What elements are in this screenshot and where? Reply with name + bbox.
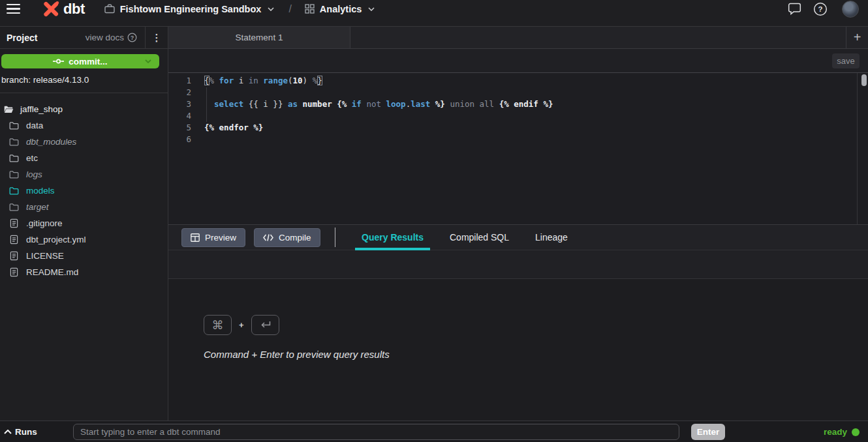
code-content: {% for i in range(10) %} select {{ i }} … (191, 73, 553, 224)
file-tree: jaffle_shopdatadbt_modulesetclogsmodelst… (0, 93, 168, 280)
tree-item-label: models (26, 186, 55, 196)
tree-item-data[interactable]: data (0, 117, 168, 134)
folder-icon (8, 138, 20, 146)
folder-icon (8, 121, 20, 130)
chat-icon[interactable] (788, 3, 801, 15)
dbt-logo: dbt (41, 0, 85, 19)
code-editor[interactable]: 123456 {% for i in range(10) %} select {… (168, 72, 868, 224)
line-number-gutter: 123456 (168, 73, 191, 224)
question-circle-icon: ? (127, 33, 137, 42)
commit-icon (53, 58, 64, 65)
sidebar-header: Project view docs ? ⋮ (0, 27, 168, 49)
sidebar-title: Project (7, 33, 37, 43)
plus-separator: + (239, 320, 244, 330)
tab-query-results[interactable]: Query Results (355, 225, 430, 250)
tree-item-dbt-modules[interactable]: dbt_modules (0, 134, 168, 150)
runs-toggle[interactable]: Runs (4, 427, 37, 437)
account-name: Fishtown Engineering Sandbox (120, 4, 262, 14)
tree-item-readme-md[interactable]: README.md (0, 264, 168, 280)
tree-item-label: jaffle_shop (20, 104, 63, 114)
dbt-command-input[interactable] (73, 424, 679, 440)
tree-item-label: etc (26, 153, 38, 163)
project-switcher[interactable]: Analytics (305, 4, 375, 14)
table-icon (191, 233, 200, 242)
tree-item-dbt-project-yml[interactable]: dbt_project.yml (0, 231, 168, 248)
results-panel: Preview Compile Query ResultsCompiled SQ… (168, 224, 868, 420)
view-docs-label: view docs (85, 33, 124, 42)
tree-item-label: dbt_modules (26, 137, 76, 147)
scrollbar-thumb[interactable] (861, 74, 867, 86)
preview-button[interactable]: Preview (181, 228, 245, 247)
kebab-menu-icon[interactable]: ⋮ (145, 27, 168, 48)
tree-item-label: .gitignore (26, 218, 63, 228)
shortcut-hint-text: Command + Enter to preview query results (204, 349, 868, 360)
hamburger-menu-icon[interactable] (7, 4, 20, 14)
code-line-1: {% for i in range(10) %} (204, 75, 553, 87)
tree-item-label: target (26, 202, 49, 212)
preview-label: Preview (205, 233, 236, 243)
results-content: ⌘ + Command + Enter to preview query res… (168, 279, 868, 420)
svg-text:?: ? (818, 5, 822, 13)
tree-item-etc[interactable]: etc (0, 150, 168, 166)
briefcase-icon (104, 4, 115, 14)
line-number: 1 (168, 75, 191, 87)
tab-compiled-sql[interactable]: Compiled SQL (443, 225, 516, 250)
help-icon[interactable]: ? (813, 2, 828, 16)
status-dot-icon (852, 428, 860, 436)
editor-tab-statement-1[interactable]: Statement 1 (168, 27, 350, 48)
view-docs-link[interactable]: view docs ? (85, 33, 137, 42)
file-icon (8, 235, 20, 244)
editor-tab-label: Statement 1 (236, 33, 283, 42)
chevron-down-icon (268, 7, 274, 11)
line-number: 5 (168, 122, 191, 134)
tree-item-label: data (26, 121, 43, 130)
new-tab-button[interactable]: + (846, 27, 868, 48)
tree-item-label: logs (26, 169, 42, 179)
tree-item-target[interactable]: target (0, 199, 168, 215)
save-button[interactable]: save (832, 53, 860, 68)
line-number: 3 (168, 98, 191, 110)
svg-text:?: ? (131, 35, 134, 41)
compile-label: Compile (279, 233, 311, 243)
line-number: 6 (168, 134, 191, 145)
commit-button[interactable]: commit... (1, 54, 159, 68)
line-number: 2 (168, 87, 191, 98)
tree-item-license[interactable]: LICENSE (0, 248, 168, 264)
file-icon (8, 267, 20, 277)
tree-item-jaffle-shop[interactable]: jaffle_shop (0, 101, 168, 117)
line-number: 4 (168, 110, 191, 122)
top-nav-bar: dbt Fishtown Engineering Sandbox / Analy… (0, 0, 868, 27)
command-bar: Runs Enter ready (0, 420, 868, 442)
tree-item-label: README.md (26, 267, 78, 277)
runs-label: Runs (15, 427, 37, 437)
tree-item-label: LICENSE (26, 251, 64, 261)
user-avatar[interactable] (842, 1, 859, 18)
code-icon (263, 234, 273, 241)
code-line-3: select {{ i }} as number {% if not loop.… (204, 98, 553, 110)
folder-icon (8, 203, 20, 211)
tree-item-models[interactable]: models (0, 183, 168, 199)
tab-lineage[interactable]: Lineage (529, 225, 574, 250)
status-indicator: ready (824, 421, 860, 442)
file-icon (8, 218, 20, 228)
tree-item-logs[interactable]: logs (0, 166, 168, 183)
command-key-icon: ⌘ (204, 315, 232, 335)
scrollbar-rail (857, 73, 858, 224)
code-line-6 (204, 134, 553, 145)
code-line-5: {% endfor %} (204, 122, 553, 134)
folder-open-icon (3, 105, 14, 113)
shortcut-keys: ⌘ + (204, 315, 868, 335)
folder-icon (8, 186, 20, 195)
compile-button[interactable]: Compile (254, 228, 320, 247)
chevron-up-icon (4, 430, 12, 434)
editor-toolbar: save (168, 49, 868, 72)
enter-button[interactable]: Enter (691, 424, 725, 440)
chevron-down-icon (368, 7, 375, 11)
account-switcher[interactable]: Fishtown Engineering Sandbox (104, 4, 275, 14)
dbt-logo-icon (41, 0, 61, 19)
tree-item--gitignore[interactable]: .gitignore (0, 215, 168, 231)
results-tabs: Query ResultsCompiled SQLLineage (335, 225, 574, 250)
commit-label: commit... (69, 57, 107, 66)
results-subheader (168, 250, 868, 279)
commit-chevron-down-icon[interactable] (145, 59, 151, 63)
